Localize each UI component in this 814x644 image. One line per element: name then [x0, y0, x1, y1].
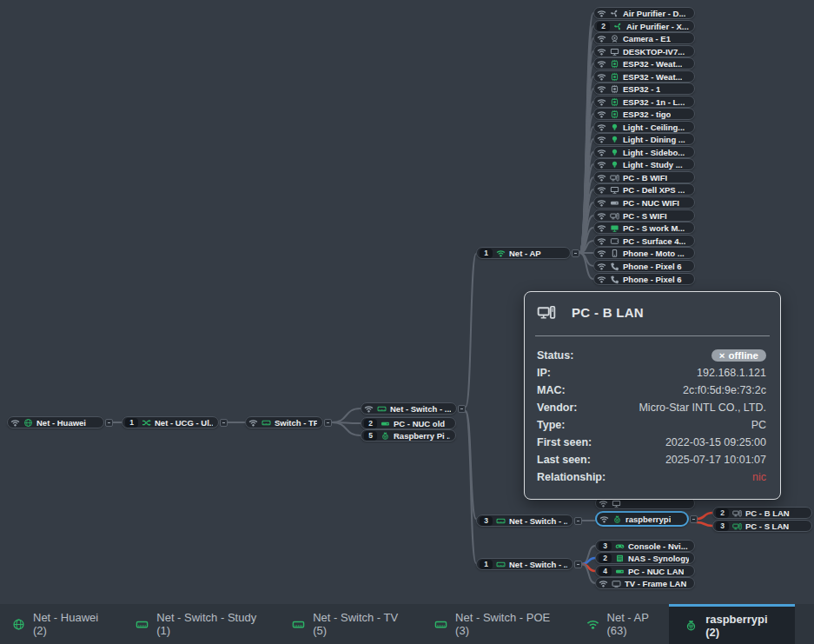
wifi-icon — [597, 123, 606, 132]
tab-raspberrypi-2[interactable]: raspberrypi (2) — [669, 604, 795, 644]
node-dev-phone-pixel6b[interactable]: Phone - Pixel 6 — [593, 273, 695, 285]
node-dev-esp32-weat1[interactable]: ESP32 - Weat... — [593, 57, 695, 70]
node-label: PC - S WIFI — [623, 211, 667, 221]
node-dev-esp32-tigo[interactable]: ESP32 - tigo — [593, 108, 695, 120]
port-badge: 2 — [597, 22, 610, 31]
node-dev-pc-s-work[interactable]: PC - S work M... — [593, 222, 695, 234]
node-dev-console-nvi[interactable]: 3Console - Nvi... — [595, 540, 695, 552]
tab-label: Net - Switch - TV (5) — [313, 611, 408, 637]
switch-icon — [261, 418, 271, 428]
tab-net-switch-study-1[interactable]: Net - Switch - Study (1) — [134, 604, 268, 644]
status-badge: ×offline — [711, 349, 766, 362]
node-dev-pc-nuc-wifi[interactable]: PC - NUC WIFI — [593, 196, 695, 209]
collapse-button-raspberrypi[interactable] — [690, 515, 698, 523]
wifi-icon — [599, 499, 608, 508]
detail-row: Vendor:Micro-Star INTL CO., LTD. — [537, 399, 766, 416]
wifi-icon — [597, 34, 606, 43]
collapse-button-net-ucg[interactable] — [220, 419, 228, 427]
tab-net-huawei-2[interactable]: Net - Huawei (2) — [10, 604, 111, 644]
wifi-icon — [586, 618, 599, 631]
node-dev-phone-pixel6a[interactable]: Phone - Pixel 6 — [593, 260, 695, 272]
detail-label: First seen: — [537, 436, 592, 448]
collapse-button-net-huawei[interactable] — [105, 419, 113, 427]
node-dev-pc-s-wifi[interactable]: PC - S WIFI — [593, 209, 695, 222]
detail-row: MAC:2c:f0:5d:9e:73:2c — [537, 382, 766, 399]
node-label: PC - S work M... — [623, 223, 685, 233]
node-net-switch-b[interactable]: 3Net - Switch - ... — [476, 515, 573, 527]
fan-icon — [613, 22, 623, 31]
node-switch-tp[interactable]: Switch - TP li... — [245, 416, 323, 428]
wifi-icon — [496, 249, 506, 258]
node-dev-air-purifier-d[interactable]: Air Purifier - D... — [593, 7, 695, 19]
node-label: PC - B LAN — [745, 508, 790, 518]
wifi-icon — [599, 579, 608, 588]
monitor-icon — [610, 185, 619, 195]
node-dev-pc-b-wifi[interactable]: PC - B WIFI — [593, 171, 695, 183]
handset-icon — [610, 262, 619, 271]
node-dev-phone-moto[interactable]: Phone - Moto ... — [593, 247, 695, 259]
wifi-icon — [597, 135, 606, 144]
node-dev-tv-frame[interactable]: TV - Frame LAN — [595, 577, 695, 589]
wifi-icon — [597, 9, 606, 18]
node-pc-nuc-old[interactable]: 2PC - NUC old — [361, 417, 456, 429]
collapse-button-net-switch-a[interactable] — [458, 405, 466, 413]
node-dev-desktop[interactable]: DESKTOP-IV7... — [593, 45, 695, 57]
tablet-icon — [610, 236, 619, 246]
detail-value: nic — [752, 471, 766, 483]
node-raspberrypi[interactable]: raspberrypi — [595, 511, 689, 527]
wifi-icon — [599, 515, 609, 524]
node-pc-s-lan[interactable]: 3PC - S LAN — [712, 520, 812, 532]
wifi-icon — [597, 47, 606, 56]
node-label: Phone - Pixel 6 — [623, 275, 682, 284]
node-dev-pc-dell-xps[interactable]: PC - Dell XPS ... — [593, 183, 695, 196]
tab-label: Net - Huawei (2) — [33, 611, 109, 637]
node-net-ap[interactable]: 1Net - AP — [476, 247, 571, 259]
node-label: PC - Dell XPS ... — [623, 185, 685, 195]
tab-label: Net - AP (63) — [607, 611, 668, 637]
node-dev-camera-e1[interactable]: Camera - E1 — [593, 32, 695, 44]
node-label: Net - Huawei — [36, 418, 86, 428]
port-badge: 5 — [364, 431, 377, 441]
node-net-huawei[interactable]: Net - Huawei — [7, 416, 104, 428]
node-dev-esp32-weat2[interactable]: ESP32 - Weat... — [593, 70, 695, 83]
node-dev-light-ceiling[interactable]: Light - Ceiling... — [593, 121, 695, 133]
node-label: PC - S LAN — [745, 521, 789, 531]
detail-label: Last seen: — [537, 454, 591, 466]
nas-icon — [615, 554, 625, 563]
collapse-button-net-switch-b[interactable] — [574, 517, 582, 525]
node-dev-pc-nuc-lan[interactable]: 4PC - NUC LAN — [595, 565, 695, 577]
node-pc-b-lan[interactable]: 2PC - B LAN — [712, 507, 812, 519]
close-icon: × — [719, 350, 725, 361]
collapse-button-net-ap[interactable] — [572, 249, 579, 257]
node-dev-air-purifier-x[interactable]: 2Air Purifier - X... — [593, 20, 695, 32]
collapse-button-net-switch-c[interactable] — [574, 561, 582, 568]
raspberry-icon — [685, 619, 698, 632]
node-dev-light-study[interactable]: Light - Study ... — [593, 158, 695, 170]
tab-net-ap-63[interactable]: Net - AP (63) — [585, 604, 670, 644]
tab-net-switch-poe-3[interactable]: Net - Switch - POE (3) — [433, 604, 561, 644]
popup-header: PC - B LAN — [525, 292, 780, 329]
bottom-tab-bar: Net - Huawei (2) Net - Switch - Study (1… — [0, 604, 814, 644]
node-dev-esp32-1n[interactable]: ESP32 - 1n - L... — [593, 96, 695, 108]
node-dev-pc-surface[interactable]: PC - Surface 4... — [593, 235, 695, 247]
wifi-icon — [597, 148, 606, 157]
node-net-switch-a[interactable]: Net - Switch - ... — [361, 402, 457, 415]
tab-label: raspberrypi (2) — [705, 613, 779, 639]
node-net-ucg[interactable]: 1Net - UCG - Ul... — [122, 416, 219, 428]
minipc-icon — [610, 198, 619, 208]
switch-icon — [377, 404, 387, 414]
chip-icon — [610, 59, 619, 69]
node-dev-light-dining[interactable]: Light - Dining ... — [593, 133, 695, 145]
minipc-icon — [381, 419, 390, 428]
node-dev-esp32-1[interactable]: ESP32 - 1 — [593, 83, 695, 95]
collapse-button-switch-tp[interactable] — [324, 419, 332, 427]
node-dev-light-sidebo[interactable]: Light - Sidebo... — [593, 146, 695, 158]
pc-icon — [732, 508, 742, 518]
tab-net-switch-tv-5[interactable]: Net - Switch - TV (5) — [290, 604, 410, 644]
node-dev-nas-synology[interactable]: 2NAS - Synology — [595, 552, 695, 564]
wifi-icon — [597, 223, 606, 233]
node-net-switch-c[interactable]: 1Net - Switch - ... — [476, 558, 573, 570]
node-raspberry-pi[interactable]: 5Raspberry Pi ... — [361, 429, 456, 442]
popup-title: PC - B LAN — [572, 305, 644, 320]
minipc-icon — [615, 567, 625, 576]
